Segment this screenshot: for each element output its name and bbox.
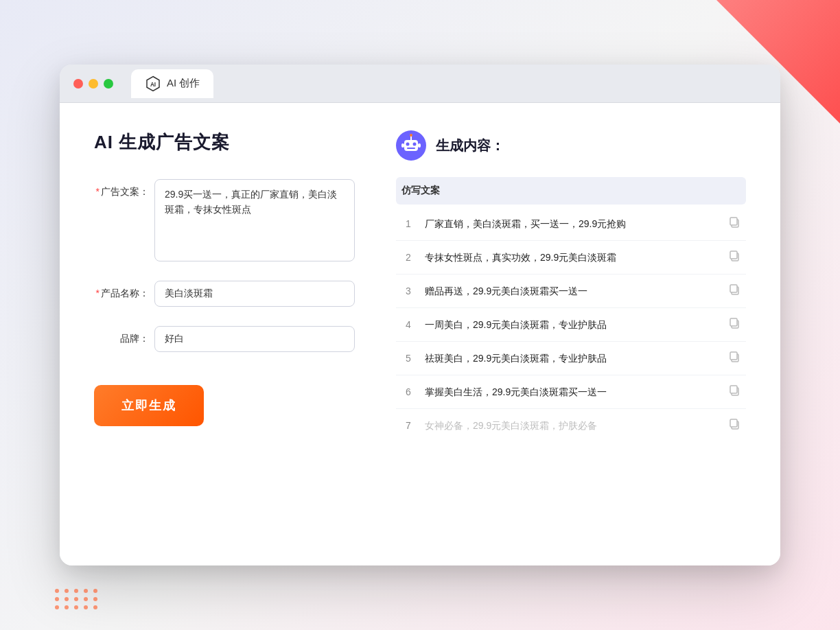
result-index: 7 [401, 420, 415, 431]
copy-button[interactable] [728, 216, 740, 231]
result-text: 女神必备，29.9元美白淡斑霜，护肤必备 [425, 419, 719, 433]
svg-rect-10 [418, 143, 421, 148]
result-text: 赠品再送，29.9元美白淡斑霜买一送一 [425, 284, 719, 299]
tab-ai-creation[interactable]: AI AI 创作 [131, 69, 213, 98]
ad-copy-group: *广告文案： [94, 179, 355, 261]
result-index: 3 [401, 285, 415, 296]
svg-rect-9 [401, 143, 404, 148]
svg-rect-3 [404, 140, 418, 151]
result-index: 6 [401, 386, 415, 397]
product-name-group: *产品名称： [94, 281, 355, 307]
result-text: 掌握美白生活，29.9元美白淡斑霜买一送一 [425, 385, 719, 399]
svg-rect-6 [407, 148, 415, 149]
svg-rect-18 [730, 318, 737, 326]
main-content: AI 生成广告文案 *广告文案： *产品名称： 品牌： 立 [60, 103, 780, 565]
list-item: 7女神必备，29.9元美白淡斑霜，护肤必备 [396, 409, 746, 442]
right-panel: 生成内容： 仿写文案 1厂家直销，美白淡斑霜，买一送一，29.9元抢购2专抹女性… [396, 130, 746, 538]
svg-rect-12 [730, 218, 737, 225]
result-index: 4 [401, 319, 415, 330]
product-name-input[interactable] [154, 281, 355, 307]
svg-rect-24 [730, 419, 737, 427]
copy-button[interactable] [728, 317, 740, 332]
required-star-1: * [96, 186, 100, 197]
ad-copy-label: *广告文案： [94, 179, 149, 198]
decorative-dots [55, 589, 99, 609]
svg-point-8 [410, 134, 412, 137]
result-text: 一周美白，29.9元美白淡斑霜，专业护肤品 [425, 318, 719, 332]
title-bar: AI AI 创作 [60, 65, 780, 103]
close-button[interactable] [73, 79, 83, 89]
results-header: 生成内容： [396, 130, 746, 161]
list-item: 4一周美白，29.9元美白淡斑霜，专业护肤品 [396, 308, 746, 342]
list-item: 2专抹女性斑点，真实功效，29.9元美白淡斑霜 [396, 241, 746, 275]
ai-tab-icon: AI [145, 75, 161, 92]
list-item: 5祛斑美白，29.9元美白淡斑霜，专业护肤品 [396, 342, 746, 375]
column-header: 仿写文案 [396, 177, 746, 205]
traffic-lights [73, 79, 113, 89]
brand-group: 品牌： [94, 326, 355, 352]
maximize-button[interactable] [104, 79, 113, 89]
results-title: 生成内容： [436, 137, 504, 155]
svg-text:AI: AI [150, 81, 156, 87]
submit-button[interactable]: 立即生成 [94, 385, 204, 426]
svg-rect-16 [730, 285, 737, 292]
browser-window: AI AI 创作 AI 生成广告文案 *广告文案： *产品名称： [60, 65, 780, 565]
svg-rect-22 [730, 386, 737, 393]
result-text: 厂家直销，美白淡斑霜，买一送一，29.9元抢购 [425, 217, 719, 231]
tab-label: AI 创作 [167, 77, 200, 90]
copy-button[interactable] [728, 384, 740, 399]
svg-point-4 [406, 143, 410, 146]
required-star-2: * [96, 288, 100, 299]
copy-button[interactable] [728, 418, 740, 433]
copy-button[interactable] [728, 250, 740, 265]
product-name-label: *产品名称： [94, 281, 149, 300]
left-panel: AI 生成广告文案 *广告文案： *产品名称： 品牌： 立 [94, 130, 355, 538]
result-text: 祛斑美白，29.9元美白淡斑霜，专业护肤品 [425, 351, 719, 366]
brand-input[interactable] [154, 326, 355, 352]
svg-point-5 [413, 143, 417, 146]
product-name-label-text: 产品名称： [101, 288, 149, 299]
svg-rect-20 [730, 352, 737, 360]
copy-button[interactable] [728, 283, 740, 299]
brand-label: 品牌： [94, 326, 149, 345]
ad-copy-input[interactable] [154, 179, 355, 261]
ad-copy-label-text: 广告文案： [101, 186, 149, 197]
minimize-button[interactable] [89, 79, 98, 89]
robot-icon [396, 130, 426, 161]
list-item: 6掌握美白生活，29.9元美白淡斑霜买一送一 [396, 375, 746, 409]
page-title: AI 生成广告文案 [94, 130, 355, 154]
result-text: 专抹女性斑点，真实功效，29.9元美白淡斑霜 [425, 250, 719, 265]
results-list: 1厂家直销，美白淡斑霜，买一送一，29.9元抢购2专抹女性斑点，真实功效，29.… [396, 207, 746, 442]
result-index: 1 [401, 218, 415, 229]
list-item: 1厂家直销，美白淡斑霜，买一送一，29.9元抢购 [396, 207, 746, 241]
copy-button[interactable] [728, 351, 740, 366]
result-index: 2 [401, 252, 415, 263]
list-item: 3赠品再送，29.9元美白淡斑霜买一送一 [396, 275, 746, 308]
result-index: 5 [401, 353, 415, 364]
svg-rect-14 [730, 251, 737, 259]
